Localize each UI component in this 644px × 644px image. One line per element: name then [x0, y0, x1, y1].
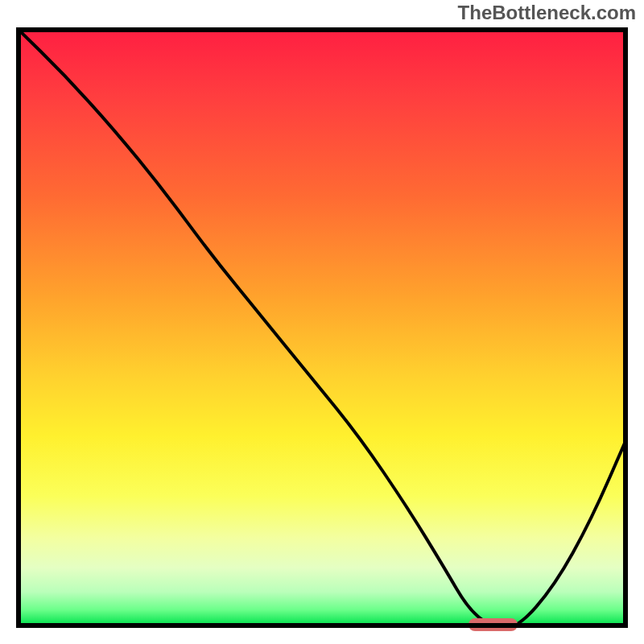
chart-wrapper: TheBottleneck.com — [0, 0, 644, 644]
watermark-text: TheBottleneck.com — [458, 2, 636, 24]
plot-gradient-background — [16, 27, 628, 628]
optimal-range-marker — [469, 618, 518, 631]
plot-frame — [11, 23, 633, 633]
